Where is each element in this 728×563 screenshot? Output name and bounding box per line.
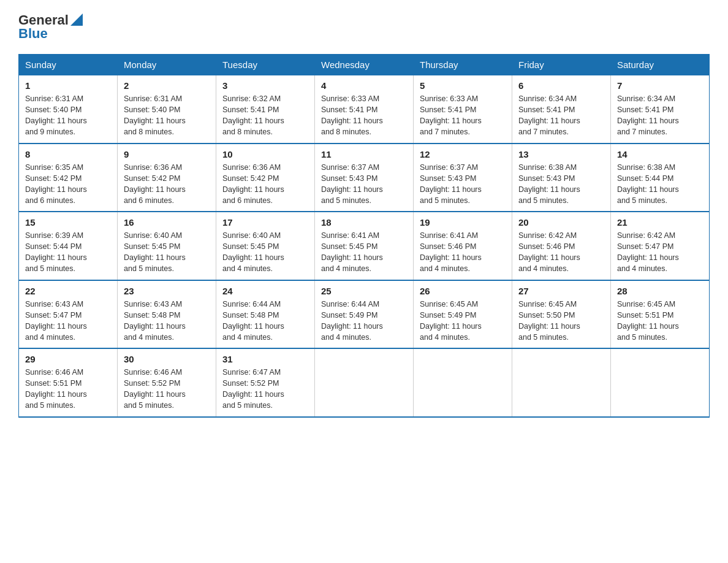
- day-cell: 22Sunrise: 6:43 AM Sunset: 5:47 PM Dayli…: [19, 280, 118, 349]
- logo-blue-text: Blue: [18, 26, 48, 41]
- day-info: Sunrise: 6:43 AM Sunset: 5:47 PM Dayligh…: [25, 299, 111, 343]
- day-cell: 30Sunrise: 6:46 AM Sunset: 5:52 PM Dayli…: [118, 348, 216, 417]
- calendar-header: SundayMondayTuesdayWednesdayThursdayFrid…: [19, 55, 710, 75]
- day-number: 19: [420, 217, 506, 228]
- day-number: 13: [518, 149, 604, 159]
- day-info: Sunrise: 6:46 AM Sunset: 5:52 PM Dayligh…: [124, 367, 210, 412]
- day-info: Sunrise: 6:41 AM Sunset: 5:45 PM Dayligh…: [321, 230, 407, 275]
- day-number: 3: [222, 80, 308, 91]
- day-cell: 2Sunrise: 6:31 AM Sunset: 5:40 PM Daylig…: [118, 75, 216, 144]
- day-info: Sunrise: 6:46 AM Sunset: 5:51 PM Dayligh…: [25, 367, 111, 412]
- day-info: Sunrise: 6:45 AM Sunset: 5:51 PM Dayligh…: [617, 299, 703, 343]
- logo: General Blue: [18, 12, 83, 42]
- day-number: 28: [617, 286, 703, 296]
- day-info: Sunrise: 6:40 AM Sunset: 5:45 PM Dayligh…: [222, 230, 308, 275]
- day-info: Sunrise: 6:36 AM Sunset: 5:42 PM Dayligh…: [124, 162, 210, 207]
- day-number: 24: [222, 286, 308, 296]
- day-cell: 7Sunrise: 6:34 AM Sunset: 5:41 PM Daylig…: [611, 75, 710, 144]
- header-cell-tuesday: Tuesday: [216, 55, 315, 75]
- day-info: Sunrise: 6:34 AM Sunset: 5:41 PM Dayligh…: [518, 93, 604, 138]
- day-info: Sunrise: 6:44 AM Sunset: 5:48 PM Dayligh…: [222, 299, 308, 343]
- header-cell-thursday: Thursday: [414, 55, 512, 75]
- day-number: 9: [124, 149, 210, 159]
- header-cell-monday: Monday: [118, 55, 216, 75]
- day-number: 18: [321, 217, 407, 228]
- day-cell: 14Sunrise: 6:38 AM Sunset: 5:44 PM Dayli…: [611, 144, 710, 212]
- day-cell: 27Sunrise: 6:45 AM Sunset: 5:50 PM Dayli…: [512, 280, 611, 349]
- day-info: Sunrise: 6:45 AM Sunset: 5:49 PM Dayligh…: [420, 299, 506, 343]
- day-info: Sunrise: 6:42 AM Sunset: 5:46 PM Dayligh…: [518, 230, 604, 275]
- day-number: 8: [25, 149, 111, 159]
- day-cell: 15Sunrise: 6:39 AM Sunset: 5:44 PM Dayli…: [19, 212, 118, 280]
- day-number: 11: [321, 149, 407, 159]
- day-info: Sunrise: 6:31 AM Sunset: 5:40 PM Dayligh…: [25, 93, 111, 138]
- week-row-5: 29Sunrise: 6:46 AM Sunset: 5:51 PM Dayli…: [19, 348, 710, 417]
- day-number: 16: [124, 217, 210, 228]
- day-cell: 13Sunrise: 6:38 AM Sunset: 5:43 PM Dayli…: [512, 144, 611, 212]
- svg-marker-0: [70, 13, 83, 26]
- day-number: 21: [617, 217, 703, 228]
- day-info: Sunrise: 6:45 AM Sunset: 5:50 PM Dayligh…: [518, 299, 604, 343]
- day-info: Sunrise: 6:33 AM Sunset: 5:41 PM Dayligh…: [420, 93, 506, 138]
- day-number: 30: [124, 354, 210, 364]
- day-cell: [611, 348, 710, 417]
- day-number: 10: [222, 149, 308, 159]
- header-row: SundayMondayTuesdayWednesdayThursdayFrid…: [19, 55, 710, 75]
- day-number: 1: [25, 80, 111, 91]
- day-number: 29: [25, 354, 111, 364]
- day-number: 27: [518, 286, 604, 296]
- calendar-table: SundayMondayTuesdayWednesdayThursdayFrid…: [18, 54, 710, 418]
- day-info: Sunrise: 6:38 AM Sunset: 5:44 PM Dayligh…: [617, 162, 703, 207]
- day-info: Sunrise: 6:41 AM Sunset: 5:46 PM Dayligh…: [420, 230, 506, 275]
- logo-triangle-icon: [70, 13, 83, 28]
- header-cell-wednesday: Wednesday: [315, 55, 414, 75]
- day-cell: 12Sunrise: 6:37 AM Sunset: 5:43 PM Dayli…: [414, 144, 512, 212]
- day-cell: 6Sunrise: 6:34 AM Sunset: 5:41 PM Daylig…: [512, 75, 611, 144]
- calendar-body: 1Sunrise: 6:31 AM Sunset: 5:40 PM Daylig…: [19, 75, 710, 417]
- day-info: Sunrise: 6:33 AM Sunset: 5:41 PM Dayligh…: [321, 93, 407, 138]
- day-number: 22: [25, 286, 111, 296]
- page-header: General Blue: [18, 12, 710, 42]
- day-cell: 29Sunrise: 6:46 AM Sunset: 5:51 PM Dayli…: [19, 348, 118, 417]
- week-row-4: 22Sunrise: 6:43 AM Sunset: 5:47 PM Dayli…: [19, 280, 710, 349]
- day-cell: 10Sunrise: 6:36 AM Sunset: 5:42 PM Dayli…: [216, 144, 315, 212]
- day-number: 6: [518, 80, 604, 91]
- day-cell: [315, 348, 414, 417]
- day-info: Sunrise: 6:38 AM Sunset: 5:43 PM Dayligh…: [518, 162, 604, 207]
- day-cell: 18Sunrise: 6:41 AM Sunset: 5:45 PM Dayli…: [315, 212, 414, 280]
- week-row-1: 1Sunrise: 6:31 AM Sunset: 5:40 PM Daylig…: [19, 75, 710, 144]
- header-cell-saturday: Saturday: [611, 55, 710, 75]
- day-number: 4: [321, 80, 407, 91]
- day-info: Sunrise: 6:37 AM Sunset: 5:43 PM Dayligh…: [420, 162, 506, 207]
- day-info: Sunrise: 6:43 AM Sunset: 5:48 PM Dayligh…: [124, 299, 210, 343]
- day-info: Sunrise: 6:32 AM Sunset: 5:41 PM Dayligh…: [222, 93, 308, 138]
- day-number: 17: [222, 217, 308, 228]
- day-cell: 21Sunrise: 6:42 AM Sunset: 5:47 PM Dayli…: [611, 212, 710, 280]
- day-number: 23: [124, 286, 210, 296]
- day-cell: 26Sunrise: 6:45 AM Sunset: 5:49 PM Dayli…: [414, 280, 512, 349]
- week-row-3: 15Sunrise: 6:39 AM Sunset: 5:44 PM Dayli…: [19, 212, 710, 280]
- day-cell: 3Sunrise: 6:32 AM Sunset: 5:41 PM Daylig…: [216, 75, 315, 144]
- day-info: Sunrise: 6:37 AM Sunset: 5:43 PM Dayligh…: [321, 162, 407, 207]
- day-number: 2: [124, 80, 210, 91]
- day-cell: 16Sunrise: 6:40 AM Sunset: 5:45 PM Dayli…: [118, 212, 216, 280]
- day-number: 15: [25, 217, 111, 228]
- day-info: Sunrise: 6:44 AM Sunset: 5:49 PM Dayligh…: [321, 299, 407, 343]
- day-cell: 20Sunrise: 6:42 AM Sunset: 5:46 PM Dayli…: [512, 212, 611, 280]
- day-number: 14: [617, 149, 703, 159]
- day-info: Sunrise: 6:47 AM Sunset: 5:52 PM Dayligh…: [222, 367, 308, 412]
- day-cell: 19Sunrise: 6:41 AM Sunset: 5:46 PM Dayli…: [414, 212, 512, 280]
- day-cell: [512, 348, 611, 417]
- day-cell: 1Sunrise: 6:31 AM Sunset: 5:40 PM Daylig…: [19, 75, 118, 144]
- day-cell: 17Sunrise: 6:40 AM Sunset: 5:45 PM Dayli…: [216, 212, 315, 280]
- day-cell: 31Sunrise: 6:47 AM Sunset: 5:52 PM Dayli…: [216, 348, 315, 417]
- day-cell: 5Sunrise: 6:33 AM Sunset: 5:41 PM Daylig…: [414, 75, 512, 144]
- day-number: 12: [420, 149, 506, 159]
- day-cell: 4Sunrise: 6:33 AM Sunset: 5:41 PM Daylig…: [315, 75, 414, 144]
- day-cell: 28Sunrise: 6:45 AM Sunset: 5:51 PM Dayli…: [611, 280, 710, 349]
- day-number: 5: [420, 80, 506, 91]
- day-cell: 25Sunrise: 6:44 AM Sunset: 5:49 PM Dayli…: [315, 280, 414, 349]
- day-info: Sunrise: 6:31 AM Sunset: 5:40 PM Dayligh…: [124, 93, 210, 138]
- day-cell: 11Sunrise: 6:37 AM Sunset: 5:43 PM Dayli…: [315, 144, 414, 212]
- day-info: Sunrise: 6:34 AM Sunset: 5:41 PM Dayligh…: [617, 93, 703, 138]
